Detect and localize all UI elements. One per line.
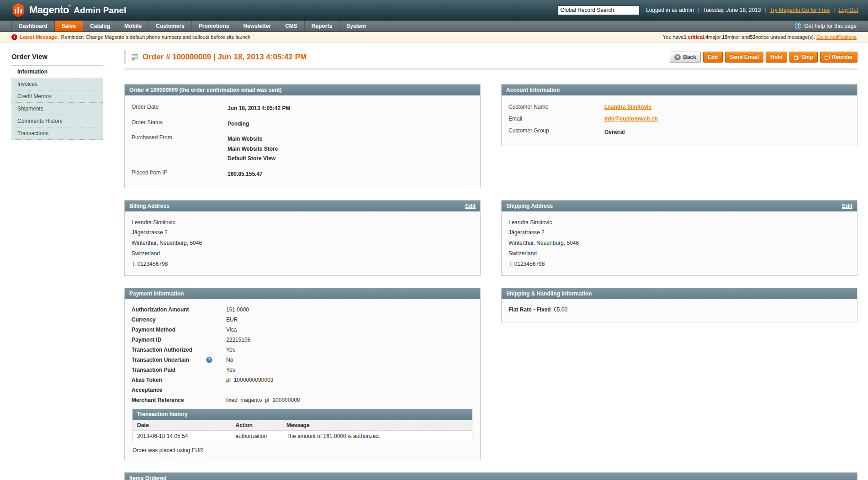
nav-tab-mobile[interactable]: Mobile <box>117 21 149 32</box>
nav-tab-cms[interactable]: CMS <box>278 21 305 32</box>
page-title: Order # 100000009 | Jun 18, 2013 4:05:42… <box>143 53 307 62</box>
sidebar-item-information[interactable]: Information <box>11 66 103 78</box>
sidebar-item-comments-history[interactable]: Comments History <box>11 115 103 127</box>
payment-info-header: Payment Information <box>125 288 480 299</box>
logged-in-text: Logged in as admin <box>646 7 694 13</box>
nav-tab-sales[interactable]: Sales <box>55 21 83 32</box>
title-divider <box>124 68 857 70</box>
notifications-summary: You have 1 critical , 4 major, 19 minor … <box>663 34 857 40</box>
back-button[interactable]: Back <box>670 52 701 63</box>
brand: Magento™ Admin Panel <box>11 3 126 17</box>
shipping-handling-header: Shipping & Handling Information <box>502 288 857 299</box>
message-bar: ! Latest Message: Reminder: Change Magen… <box>0 32 868 42</box>
hold-button[interactable]: Hold <box>766 52 787 63</box>
payment-info-panel: Payment Information Authorization Amount… <box>124 288 481 460</box>
shipping-method: Flat Rate - Fixed €5.00 <box>502 299 857 322</box>
shipping-address-text: Leandra Simitovic Jägerstrasse 2 Wintert… <box>502 211 857 275</box>
notice-count: 53 <box>750 34 755 40</box>
get-help-link[interactable]: ? Get help for this page <box>795 21 868 32</box>
nav-tab-reports[interactable]: Reports <box>305 21 339 32</box>
placed-from-ip-row: Placed from IP 160.85.155.47 <box>132 167 473 182</box>
transaction-history-header: Transaction history <box>132 409 472 420</box>
try-magento-go-link[interactable]: Try Magento Go for Free <box>770 7 830 13</box>
history-col-action: Action <box>231 420 282 430</box>
billing-edit-link[interactable]: Edit <box>465 203 476 209</box>
sidebar-item-invoices[interactable]: Invoices <box>11 78 103 90</box>
send-email-button[interactable]: Send Email <box>725 52 764 63</box>
logout-link[interactable]: Log Out <box>838 7 858 13</box>
minor-count: 19 <box>722 34 727 40</box>
order-info-panel: Order # 100000009 (the order confirmatio… <box>124 84 481 188</box>
history-row: 2013-06-18 14:05:54 authorization The am… <box>133 430 472 442</box>
help-icon: ? <box>795 23 801 29</box>
customer-name-link[interactable]: Leandra Simitovic <box>604 104 651 110</box>
shipping-edit-link[interactable]: Edit <box>842 203 852 209</box>
history-col-message: Message <box>282 420 472 430</box>
items-ordered-panel: Items Ordered Product Item Status Origin… <box>124 472 857 480</box>
customer-name-row: Customer Name Leandra Simitovic <box>508 101 850 113</box>
payment-row: Payment Method Visa <box>132 325 473 335</box>
alert-icon: ! <box>11 34 17 40</box>
customer-group-row: Customer Group General <box>508 125 850 140</box>
sidebar-item-transactions[interactable]: Transactions <box>11 127 103 140</box>
sidebar-title: Order View <box>11 50 103 66</box>
shipping-handling-panel: Shipping & Handling Information Flat Rat… <box>501 288 857 322</box>
transaction-uncertain-row: Transaction Uncertain ? No <box>132 355 473 365</box>
history-col-date: Date <box>133 420 231 430</box>
latest-message-label: Latest Message: <box>20 34 59 40</box>
brand-name: Magento <box>29 4 69 16</box>
tooltip-help-icon[interactable]: ? <box>206 357 212 363</box>
purchased-from-row: Purchased From Main Website Main Website… <box>132 132 473 167</box>
shipping-address-header: Shipping Address Edit <box>502 200 857 211</box>
payment-row: Transaction Paid Yes <box>132 365 473 375</box>
brand-trademark: ™ <box>67 4 71 9</box>
nav-tab-promotions[interactable]: Promotions <box>192 21 237 32</box>
payment-row: Authorization Amount 161.0000 <box>132 305 473 315</box>
transaction-history-panel: Transaction history Date Action Message <box>132 409 472 442</box>
customer-email-row: Email info@customweb.ch <box>508 113 850 125</box>
app-header: Magento™ Admin Panel Logged in as admin … <box>0 0 868 21</box>
billing-address-header: Billing Address Edit <box>125 200 480 211</box>
popup-window-icon <box>794 55 799 60</box>
edit-button[interactable]: Edit <box>703 52 723 63</box>
reorder-button[interactable]: Reorder <box>820 52 857 63</box>
transaction-history-table: Date Action Message 2013-06-18 14:05:54 … <box>132 420 472 442</box>
main-nav: Dashboard Sales Catalog Mobile Customers… <box>0 21 868 32</box>
latest-message-text: Reminder: Change Magento`s default phone… <box>61 34 251 40</box>
nav-tab-catalog[interactable]: Catalog <box>83 21 117 32</box>
payment-row: Payment ID 22215106 <box>132 335 473 345</box>
sidebar-item-shipments[interactable]: Shipments <box>11 103 103 115</box>
payment-row: Merchant Reference llxed_magento_pf_1000… <box>132 395 473 405</box>
popup-window-icon <box>825 55 830 60</box>
payment-row: Alias Token pf_1000000090003 <box>132 375 473 385</box>
payment-row: Transaction Authorized Yes <box>132 345 473 355</box>
billing-address-text: Leandra Simitovic Jägerstrasse 2 Wintert… <box>125 211 480 275</box>
sidebar-item-credit-memos[interactable]: Credit Memos <box>11 90 103 103</box>
ship-button[interactable]: Ship <box>789 52 818 63</box>
order-view-sidebar: Order View Information Invoices Credit M… <box>11 50 103 480</box>
items-ordered-header: Items Ordered <box>125 473 857 480</box>
back-arrow-icon <box>674 54 681 60</box>
magento-logo-icon <box>11 3 25 17</box>
payment-row: Acceptance <box>132 385 473 395</box>
account-info-panel: Account Information Customer Name Leandr… <box>501 84 857 146</box>
go-to-notifications-link[interactable]: Go to notifications <box>816 34 857 40</box>
nav-tab-customers[interactable]: Customers <box>149 21 192 32</box>
global-search-input[interactable] <box>557 5 640 15</box>
order-date-row: Order Date Jun 18, 2013 4:05:42 PM <box>132 101 473 116</box>
shipping-address-panel: Shipping Address Edit Leandra Simitovic … <box>501 200 857 276</box>
order-icon <box>131 53 139 61</box>
nav-tab-newsletter[interactable]: Newsletter <box>236 21 278 32</box>
order-status-value: Pending <box>228 119 249 129</box>
order-status-row: Order Status Pending <box>132 116 473 132</box>
billing-address-panel: Billing Address Edit Leandra Simitovic J… <box>124 200 481 276</box>
brand-suffix: Admin Panel <box>74 5 126 15</box>
critical-count: 1 critical <box>683 34 704 40</box>
customer-email-link[interactable]: info@customweb.ch <box>604 116 658 122</box>
nav-tab-system[interactable]: System <box>339 21 373 32</box>
currency-note: Order was placed using EUR <box>132 443 473 454</box>
current-date: Tuesday, June 18, 2013 <box>703 7 761 13</box>
nav-tab-dashboard[interactable]: Dashboard <box>11 21 55 32</box>
account-info-header: Account Information <box>502 84 857 95</box>
payment-row: Currency EUR <box>132 315 473 325</box>
